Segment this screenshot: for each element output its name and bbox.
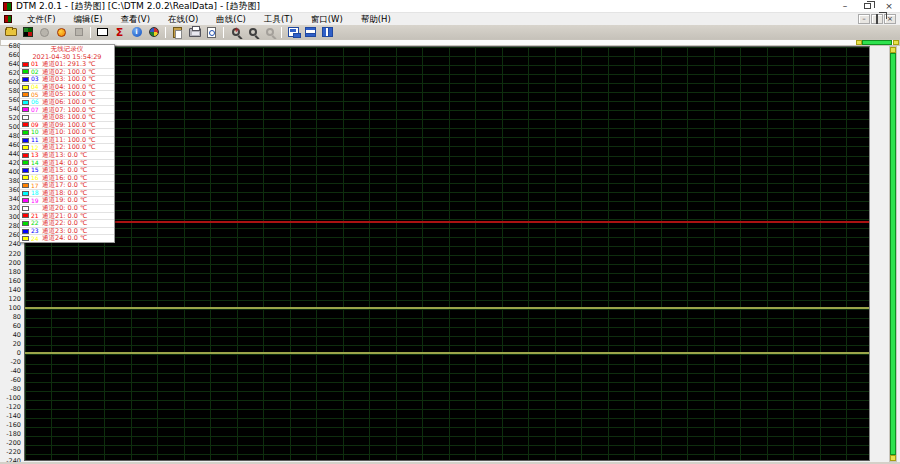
record-icon: [57, 28, 66, 37]
window-title: DTM 2.0.1 - [趋势图] [C:\DTM 2.0.2\RealData…: [16, 0, 834, 13]
channel-number: 19: [31, 198, 42, 204]
sum-icon-button[interactable]: Σ: [111, 26, 128, 39]
region-select-icon-button[interactable]: [94, 26, 111, 39]
device-data-icon-button[interactable]: [19, 26, 36, 39]
series-line: [25, 352, 869, 354]
channel-color-swatch: [22, 92, 29, 97]
mdi-minimize-button[interactable]: –: [858, 14, 870, 24]
channel-color-swatch: [22, 206, 29, 211]
open-file-icon: [5, 28, 17, 36]
channel-color-swatch: [22, 236, 29, 241]
zoom-out-icon: [266, 28, 274, 36]
hslider-thumb[interactable]: [862, 40, 892, 45]
mdi-child-icon[interactable]: [4, 15, 12, 23]
y-axis-label: 40: [13, 331, 21, 339]
menu-edit[interactable]: 编辑(E): [65, 13, 112, 25]
channel-color-swatch: [22, 130, 29, 135]
tile-vertical-icon-button[interactable]: [319, 26, 336, 39]
channel-number: 02: [31, 69, 42, 75]
channel-value: 通道23: 0.0 ℃: [42, 228, 87, 235]
print-preview-icon: [207, 27, 216, 38]
y-axis-label: -100: [6, 394, 21, 402]
menu-curve[interactable]: 曲线(C): [207, 13, 255, 25]
zoom-in-icon-button[interactable]: [227, 26, 244, 39]
channel-color-swatch: [22, 229, 29, 234]
channel-number: 09: [31, 122, 42, 128]
channel-value: 通道08: 100.0 ℃: [42, 114, 96, 121]
channel-color-swatch: [22, 69, 29, 74]
info-icon-button[interactable]: i: [128, 26, 145, 39]
channel-number: 07: [31, 107, 42, 113]
plot-canvas[interactable]: [24, 46, 870, 461]
channel-number: 15: [31, 167, 42, 173]
channel-value: 通道03: 100.0 ℃: [42, 76, 96, 83]
y-axis-label: 220: [9, 250, 21, 258]
print-preview-icon-button[interactable]: [203, 26, 220, 39]
menu-items: 文件(F)编辑(E)查看(V)在线(O)曲线(C)工具(T)窗口(W)帮助(H): [18, 13, 400, 25]
series-line: [25, 221, 869, 223]
toolbar: Σi: [0, 25, 900, 39]
channel-color-swatch: [22, 122, 29, 127]
menu-online[interactable]: 在线(O): [159, 13, 207, 25]
copy-icon-button[interactable]: [169, 26, 186, 39]
tile-horizontal-icon: [305, 27, 316, 37]
channel-color-swatch: [22, 85, 29, 90]
close-button[interactable]: ×: [878, 0, 900, 13]
y-axis-label: -60: [10, 376, 21, 384]
channel-color-swatch: [22, 183, 29, 188]
channel-color-swatch: [22, 107, 29, 112]
hslider-right-cap[interactable]: [893, 40, 899, 45]
zoom-icon-button[interactable]: [244, 26, 261, 39]
pie-chart-icon: [149, 27, 159, 37]
channel-value: 通道12: 100.0 ℃: [42, 144, 96, 151]
tile-vertical-icon: [322, 27, 333, 37]
tile-horizontal-icon-button[interactable]: [302, 26, 319, 39]
pie-chart-icon-button[interactable]: [145, 26, 162, 39]
menu-help[interactable]: 帮助(H): [352, 13, 400, 25]
y-axis-label: -80: [10, 385, 21, 393]
device-data-icon: [23, 27, 33, 37]
toolbar-separator: [281, 27, 282, 38]
zoom-out-icon-button: [261, 26, 278, 39]
vslider-bottom-cap[interactable]: [890, 455, 896, 461]
zoom-in-icon: [232, 28, 240, 36]
print-icon-button[interactable]: [186, 26, 203, 39]
channel-value: 通道04: 100.0 ℃: [42, 84, 96, 91]
channel-number: 23: [31, 228, 42, 234]
channel-number: 18: [31, 190, 42, 196]
legend-panel[interactable]: 无线记录仪 2021-04-30 15:54:29 01通道01: 291.3 …: [19, 44, 115, 243]
y-axis-label: 140: [9, 286, 21, 294]
channel-color-swatch: [22, 115, 29, 120]
channel-value: 通道11: 100.0 ℃: [42, 137, 96, 144]
channel-number: 04: [31, 84, 42, 90]
horizontal-zoom-slider[interactable]: [0, 39, 900, 46]
channel-number: 13: [31, 152, 42, 158]
vslider-thumb[interactable]: [890, 53, 896, 455]
y-axis-label: -200: [6, 439, 21, 447]
y-axis-label: 80: [13, 313, 21, 321]
channel-value: 通道17: 0.0 ℃: [42, 182, 87, 189]
channel-color-swatch: [22, 221, 29, 226]
mdi-restore-button[interactable]: [871, 14, 883, 24]
channel-color-swatch: [22, 213, 29, 218]
menu-file[interactable]: 文件(F): [18, 13, 65, 25]
channel-number: 24: [31, 236, 42, 242]
channel-number: 20: [31, 205, 42, 211]
channel-number: 01: [31, 61, 42, 67]
vertical-zoom-slider[interactable]: [889, 46, 897, 462]
legend-title: 无线记录仪: [20, 45, 114, 53]
channel-color-swatch: [22, 138, 29, 143]
channel-value: 通道05: 100.0 ℃: [42, 91, 96, 98]
menu-tools[interactable]: 工具(T): [255, 13, 302, 25]
menu-window[interactable]: 窗口(W): [302, 13, 352, 25]
open-file-icon-button[interactable]: [2, 26, 19, 39]
pause-icon-button: [70, 26, 87, 39]
restore-button[interactable]: [856, 0, 878, 13]
channel-color-swatch: [22, 198, 29, 203]
channel-value: 通道24: 0.0 ℃: [42, 235, 87, 242]
menu-view[interactable]: 查看(V): [112, 13, 159, 25]
record-icon-button[interactable]: [53, 26, 70, 39]
cascade-windows-icon-button[interactable]: [285, 26, 302, 39]
channel-value: 通道07: 100.0 ℃: [42, 107, 96, 114]
minimize-button[interactable]: –: [834, 0, 856, 13]
